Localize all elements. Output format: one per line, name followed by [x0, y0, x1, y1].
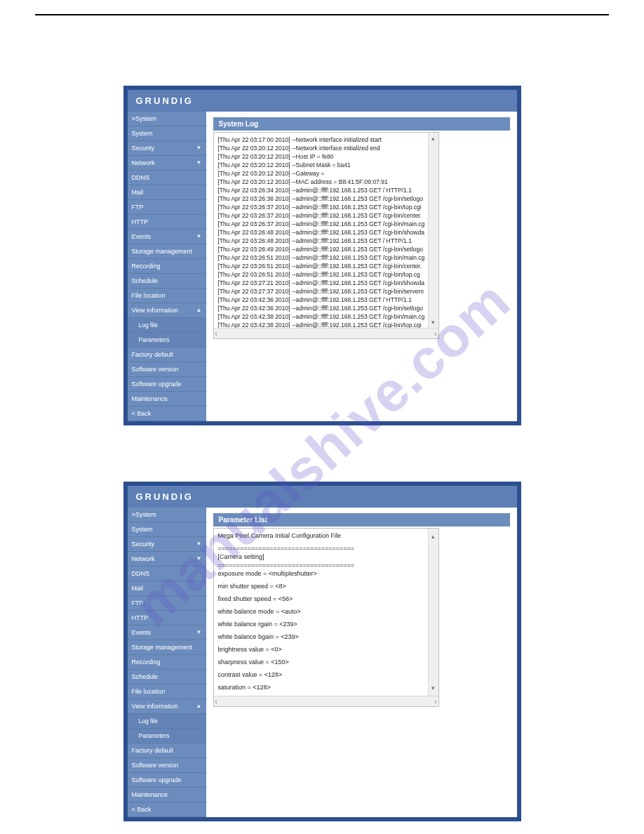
sidebar-item-storage[interactable]: Storage management	[128, 244, 206, 259]
brand-bar: GRUNDIG	[128, 486, 517, 508]
scroll-left-icon[interactable]: ‹	[215, 330, 217, 338]
chevron-down-icon: ▼	[196, 555, 202, 562]
log-text[interactable]: [Thu Apr 22 03:17:00 2010] --Network int…	[214, 133, 438, 328]
sidebar-item-label: HTTP	[132, 614, 149, 621]
sidebar-item-label: Factory default	[132, 351, 174, 358]
sidebar-item-label: Schedule	[132, 277, 159, 284]
sidebar-item-fileloc[interactable]: File location	[128, 289, 206, 303]
sidebar-item-label: Mail	[132, 189, 144, 196]
chevron-up-icon: ▲	[196, 703, 202, 709]
sidebar-item-label: Recording	[132, 263, 161, 270]
horizontal-scrollbar[interactable]: ‹ ›	[214, 328, 438, 338]
sidebar-item-label: System	[132, 130, 153, 137]
chevron-down-icon: ▼	[196, 159, 202, 166]
sidebar-item-storage[interactable]: Storage management	[128, 640, 206, 655]
sidebar-item-system-header[interactable]: >System	[128, 508, 206, 522]
brand-bar: GRUNDIG	[128, 90, 517, 112]
sidebar-item-label: >System	[132, 511, 156, 518]
sidebar-item-label: View information	[132, 307, 178, 314]
scroll-up-icon[interactable]: ▴	[431, 133, 435, 144]
vertical-scrollbar[interactable]: ▴ ▾	[428, 529, 438, 696]
sidebar-item-viewinfo[interactable]: View information▲	[128, 303, 206, 318]
panel-title: Parameter List	[213, 513, 510, 527]
sidebar-item-label: Network	[132, 159, 155, 166]
scroll-right-icon[interactable]: ›	[434, 330, 436, 338]
sidebar-item-ftp[interactable]: FTP	[128, 200, 206, 215]
sidebar-item-maint[interactable]: Maintenance	[128, 788, 206, 802]
sidebar-item-parameters[interactable]: Parameters	[128, 729, 206, 743]
sidebar-item-factory[interactable]: Factory default	[128, 743, 206, 758]
sidebar-item-label: DDNS	[132, 174, 150, 181]
chevron-up-icon: ▲	[196, 307, 202, 313]
sidebar-item-mail[interactable]: Mail	[128, 185, 206, 200]
sidebar-item-recording[interactable]: Recording	[128, 259, 206, 274]
sidebar-item-label: Software version	[132, 366, 179, 373]
sidebar-item-http[interactable]: HTTP	[128, 215, 206, 230]
sidebar-item-system[interactable]: System	[128, 126, 206, 141]
sidebar-item-label: Security	[132, 541, 155, 548]
chevron-down-icon: ▼	[196, 145, 202, 151]
sidebar-item-label: Storage management	[132, 644, 193, 651]
sidebar-item-swup[interactable]: Software upgrade	[128, 377, 206, 392]
sidebar-item-logfile[interactable]: Log file	[128, 714, 206, 729]
sidebar-item-label: Events	[132, 233, 152, 240]
sidebar-item-swver[interactable]: Software version	[128, 362, 206, 377]
scroll-down-icon[interactable]: ▾	[431, 317, 435, 328]
sidebar-item-schedule[interactable]: Schedule	[128, 274, 206, 289]
sidebar-item-label: Software version	[132, 762, 179, 769]
sidebar-item-label: >System	[132, 115, 156, 122]
sidebar-item-back[interactable]: < Back	[128, 406, 206, 421]
sidebar-item-label: Maintenance	[132, 395, 168, 402]
scroll-up-icon[interactable]: ▴	[431, 529, 435, 544]
sidebar-item-schedule[interactable]: Schedule	[128, 670, 206, 684]
chevron-down-icon: ▼	[196, 541, 202, 547]
scroll-right-icon[interactable]: ›	[434, 698, 436, 706]
sidebar-item-factory[interactable]: Factory default	[128, 348, 206, 362]
parameter-text[interactable]: Mega Pixel Camera Initial Configuration …	[214, 529, 438, 696]
sidebar-item-ddns[interactable]: DDNS	[128, 171, 206, 185]
main-content: System Log [Thu Apr 22 03:17:00 2010] --…	[206, 112, 517, 421]
sidebar-item-back[interactable]: < Back	[128, 802, 206, 817]
sidebar-item-system[interactable]: System	[128, 522, 206, 537]
sidebar-item-label: Recording	[132, 658, 161, 666]
sidebar-item-events[interactable]: Events▼	[128, 230, 206, 244]
sidebar-item-ddns[interactable]: DDNS	[128, 567, 206, 581]
sidebar-item-security[interactable]: Security▼	[128, 141, 206, 156]
panel-title: System Log	[213, 117, 510, 131]
scroll-down-icon[interactable]: ▾	[431, 680, 435, 696]
log-panel: [Thu Apr 22 03:17:00 2010] --Network int…	[213, 132, 439, 339]
sidebar-item-network[interactable]: Network▼	[128, 552, 206, 567]
sidebar-item-label: Log file	[139, 717, 158, 724]
sidebar-item-label: Parameters	[139, 732, 170, 739]
sidebar-item-label: View information	[132, 703, 178, 710]
sidebar-item-security[interactable]: Security▼	[128, 537, 206, 552]
sidebar-item-label: Events	[132, 629, 152, 636]
sidebar-item-label: File location	[132, 292, 166, 299]
sidebar-item-system-header[interactable]: >System	[128, 112, 206, 126]
sidebar-item-label: Software upgrade	[132, 776, 182, 783]
sidebar-item-swup[interactable]: Software upgrade	[128, 773, 206, 788]
sidebar-item-label: Security	[132, 145, 155, 152]
sidebar-item-http[interactable]: HTTP	[128, 611, 206, 626]
chevron-down-icon: ▼	[196, 629, 202, 635]
sidebar-item-ftp[interactable]: FTP	[128, 596, 206, 611]
horizontal-scrollbar[interactable]: ‹ ›	[214, 696, 438, 706]
screenshot-system-log: GRUNDIG >System System Security▼ Network…	[123, 86, 521, 425]
sidebar-item-label: < Back	[132, 410, 152, 417]
sidebar-item-label: FTP	[132, 204, 144, 211]
sidebar-item-viewinfo[interactable]: View information▲	[128, 699, 206, 714]
sidebar-item-network[interactable]: Network▼	[128, 156, 206, 171]
scroll-left-icon[interactable]: ‹	[215, 698, 217, 706]
sidebar-item-fileloc[interactable]: File location	[128, 684, 206, 699]
sidebar-item-swver[interactable]: Software version	[128, 758, 206, 773]
sidebar: >System System Security▼ Network▼ DDNS M…	[128, 112, 206, 421]
main-content: Parameter List Mega Pixel Camera Initial…	[206, 508, 517, 817]
sidebar-item-recording[interactable]: Recording	[128, 655, 206, 670]
vertical-scrollbar[interactable]: ▴ ▾	[428, 133, 438, 328]
sidebar-item-label: Factory default	[132, 747, 174, 754]
sidebar-item-mail[interactable]: Mail	[128, 581, 206, 596]
sidebar-item-logfile[interactable]: Log file	[128, 318, 206, 333]
sidebar-item-maint[interactable]: Maintenance	[128, 392, 206, 406]
sidebar-item-events[interactable]: Events▼	[128, 626, 206, 640]
sidebar-item-parameters[interactable]: Parameters	[128, 333, 206, 348]
